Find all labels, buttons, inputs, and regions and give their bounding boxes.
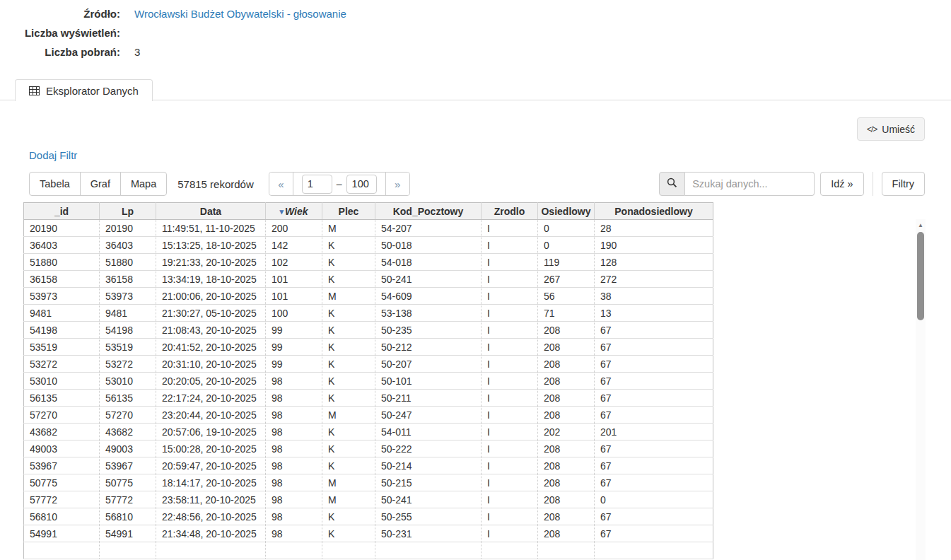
table-row: 535195351920:41:52, 20-10-202599K50-212I… — [24, 339, 713, 356]
table-cell: 53973 — [24, 288, 100, 305]
grid-header-row: _idLpData▾WiekPlecKod_PocztowyZrodloOsie… — [24, 203, 713, 220]
view-map-button[interactable]: Mapa — [120, 172, 167, 196]
pagination: « – » — [269, 172, 410, 196]
view-switcher: Tabela Graf Mapa — [29, 172, 167, 196]
table-cell: 20190 — [24, 220, 100, 237]
downloads-label: Liczba pobrań: — [0, 42, 120, 62]
search-go-button[interactable]: Idź » — [820, 172, 863, 196]
table-cell: 201 — [595, 424, 713, 441]
table-cell: 9481 — [24, 305, 100, 322]
table-cell: 56135 — [24, 390, 100, 407]
explorer-toolbar: Tabela Graf Mapa 57815 rekordów « – » — [29, 172, 925, 196]
table-cell: 36158 — [24, 271, 100, 288]
table-row: 364033640315:13:25, 18-10-2025142K50-018… — [24, 237, 713, 254]
table-cell: 36158 — [100, 271, 156, 288]
table-cell: K — [322, 373, 375, 390]
column-header-lp[interactable]: Lp — [100, 203, 156, 220]
column-header-ponadosiedlowy[interactable]: Ponadosiedlowy — [595, 203, 713, 220]
table-cell: K — [322, 237, 375, 254]
page-range-dash: – — [337, 178, 342, 189]
tab-data-explorer[interactable]: Eksplorator Danych — [15, 79, 153, 101]
column-header-kod_pocztowy[interactable]: Kod_Pocztowy — [375, 203, 482, 220]
table-cell: 0 — [538, 237, 595, 254]
table-cell: 208 — [538, 474, 595, 491]
table-cell: 22:17:24, 20-10-2025 — [156, 390, 266, 407]
filters-button[interactable]: Filtry — [882, 172, 925, 196]
search-input[interactable] — [685, 172, 815, 196]
table-cell: I — [482, 322, 538, 339]
table-cell: 50-214 — [375, 457, 482, 474]
view-table-button[interactable]: Tabela — [29, 172, 81, 196]
page-to-input[interactable] — [346, 175, 377, 194]
page-prev-button[interactable]: « — [269, 173, 293, 195]
table-cell — [266, 542, 322, 559]
view-graph-button[interactable]: Graf — [80, 172, 121, 196]
table-cell: 20:57:06, 19-10-2025 — [156, 424, 266, 441]
table-cell: 11:49:51, 11-10-2025 — [156, 220, 266, 237]
table-cell: K — [322, 457, 375, 474]
table-cell: 99 — [266, 322, 322, 339]
table-cell: 21:08:43, 20-10-2025 — [156, 322, 266, 339]
table-cell: 20:41:52, 20-10-2025 — [156, 339, 266, 356]
table-cell: 208 — [538, 525, 595, 542]
table-cell: 98 — [266, 508, 322, 525]
table-cell: 51880 — [24, 254, 100, 271]
table-cell: 21:34:48, 20-10-2025 — [156, 525, 266, 542]
table-cell: 128 — [595, 254, 713, 271]
table-cell: 38 — [595, 288, 713, 305]
table-cell: 50-207 — [375, 356, 482, 373]
code-icon: </> — [867, 124, 877, 134]
table-cell: 53272 — [100, 356, 156, 373]
column-header-zrodlo[interactable]: Zrodlo — [482, 203, 538, 220]
table-cell: 142 — [266, 237, 322, 254]
table-cell: I — [482, 220, 538, 237]
table-cell: K — [322, 305, 375, 322]
page-from-input[interactable] — [302, 175, 332, 194]
vertical-scrollbar[interactable]: ▲ — [916, 219, 926, 560]
table-cell: 21:30:27, 05-10-2025 — [156, 305, 266, 322]
table-cell: 53519 — [100, 339, 156, 356]
table-cell: 22:48:56, 20-10-2025 — [156, 508, 266, 525]
column-header-wiek[interactable]: ▾Wiek — [266, 203, 322, 220]
table-cell: K — [322, 271, 375, 288]
table-cell: 15:00:28, 20-10-2025 — [156, 441, 266, 457]
table-row: 568105681022:48:56, 20-10-202598K50-255I… — [24, 508, 713, 525]
table-cell: 0 — [595, 491, 713, 508]
table-cell: K — [322, 254, 375, 271]
table-cell: 57772 — [24, 491, 100, 508]
table-cell: 67 — [595, 322, 713, 339]
table-cell: 208 — [538, 373, 595, 390]
column-header-_id[interactable]: _id — [24, 203, 100, 220]
table-cell: I — [482, 441, 538, 457]
table-cell: 50-255 — [375, 508, 482, 525]
table-cell: 43682 — [100, 424, 156, 441]
table-cell: 100 — [266, 305, 322, 322]
table-row: 541985419821:08:43, 20-10-202599K50-235I… — [24, 322, 713, 339]
source-link[interactable]: Wrocławski Budżet Obywatelski - głosowan… — [134, 8, 346, 20]
column-header-data[interactable]: Data — [156, 203, 266, 220]
table-cell: 54-011 — [375, 424, 482, 441]
table-grid-icon — [29, 86, 40, 95]
table-cell: 57772 — [100, 491, 156, 508]
toolbar-right: Idź » Filtry — [659, 172, 925, 196]
table-cell: 0 — [538, 220, 595, 237]
table-row: 549915499121:34:48, 20-10-202598K50-231I… — [24, 525, 713, 542]
embed-button[interactable]: </> Umieść — [857, 117, 925, 141]
column-header-osiedlowy[interactable]: Osiedlowy — [538, 203, 595, 220]
table-cell: 51880 — [100, 254, 156, 271]
add-filter-link[interactable]: Dodaj Filtr — [29, 149, 77, 161]
page-next-button[interactable]: » — [385, 173, 409, 195]
table-cell: 98 — [266, 373, 322, 390]
scrollbar-thumb[interactable] — [917, 232, 924, 320]
scroll-up-arrow[interactable]: ▲ — [916, 221, 926, 230]
search-button[interactable] — [659, 172, 685, 196]
table-cell: 98 — [266, 491, 322, 508]
table-cell: 67 — [595, 390, 713, 407]
table-cell: 98 — [266, 457, 322, 474]
table-row: 539675396720:59:47, 20-10-202598K50-214I… — [24, 457, 713, 474]
column-header-plec[interactable]: Plec — [322, 203, 375, 220]
table-cell: 23:58:11, 20-10-2025 — [156, 491, 266, 508]
table-row: 361583615813:34:19, 18-10-2025101K50-241… — [24, 271, 713, 288]
table-cell: 53967 — [24, 457, 100, 474]
table-cell: 53519 — [24, 339, 100, 356]
